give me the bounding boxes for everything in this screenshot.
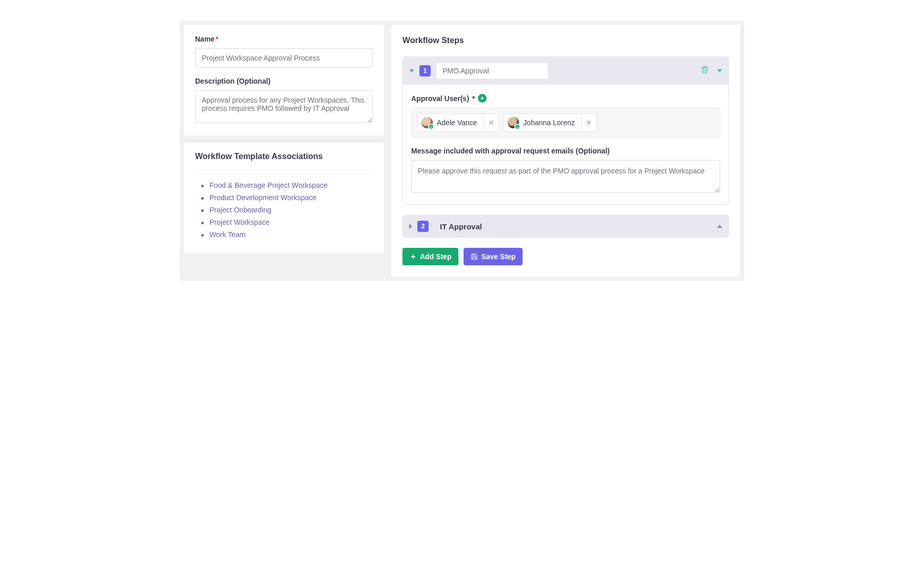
reorder-up-icon[interactable]: [717, 225, 722, 228]
step-number-badge: 2: [417, 221, 429, 232]
associations-list: Food & Beverage Project Workspace Produc…: [195, 170, 373, 244]
step-header[interactable]: 2 IT Approval: [403, 216, 728, 237]
collapse-toggle-icon[interactable]: [409, 69, 414, 72]
save-step-button[interactable]: Save Step: [464, 248, 523, 265]
remove-user-icon[interactable]: ✕: [581, 114, 596, 131]
template-associations-card: Workflow Template Associations Food & Be…: [184, 143, 384, 253]
association-item[interactable]: Work Team: [200, 228, 368, 241]
association-item[interactable]: Project Onboarding: [200, 204, 368, 216]
user-avatar: u: [421, 117, 433, 128]
approval-users-label: Approval User(s) *: [411, 94, 720, 103]
step-number-badge: 1: [419, 65, 431, 76]
presence-indicator: u: [514, 124, 521, 130]
add-user-icon[interactable]: [478, 94, 487, 103]
user-chip-name: Adele Vance: [437, 119, 477, 127]
associations-title: Workflow Template Associations: [195, 152, 373, 161]
plus-icon: [410, 253, 417, 260]
presence-indicator: u: [428, 124, 434, 130]
step-name-label: IT Approval: [440, 222, 712, 231]
workflow-description-input[interactable]: Approval process for any Project Workspa…: [195, 90, 373, 123]
description-label: Description (Optional): [195, 77, 373, 85]
remove-user-icon[interactable]: ✕: [483, 114, 498, 131]
workflow-step: 2 IT Approval: [402, 215, 729, 238]
save-icon: [471, 253, 478, 260]
expand-toggle-icon[interactable]: [409, 224, 412, 229]
required-asterisk: *: [216, 35, 218, 43]
user-chip: u Adele Vance ✕: [417, 113, 499, 132]
association-item[interactable]: Project Workspace: [200, 216, 368, 228]
step-name-input[interactable]: [436, 62, 549, 80]
step-header: 1: [403, 57, 728, 85]
association-item[interactable]: Product Development Workspace: [200, 191, 368, 204]
workflow-steps-card: Workflow Steps 1 Approval User(s): [391, 25, 740, 277]
reorder-down-icon[interactable]: [717, 69, 722, 72]
workflow-step: 1 Approval User(s) *: [402, 56, 729, 205]
required-asterisk: *: [472, 94, 475, 103]
workflow-steps-title: Workflow Steps: [402, 36, 729, 45]
workflow-basic-info-card: Name* Description (Optional) Approval pr…: [184, 25, 384, 135]
user-chip: u Johanna Lorenz ✕: [503, 113, 596, 132]
delete-step-icon[interactable]: [701, 66, 709, 76]
user-avatar: u: [508, 117, 519, 128]
add-step-button[interactable]: Add Step: [402, 248, 458, 265]
name-label: Name*: [195, 35, 373, 43]
workflow-name-input[interactable]: [195, 48, 373, 68]
association-item[interactable]: Food & Beverage Project Workspace: [200, 179, 368, 191]
approval-message-input[interactable]: Please approve this request as part of t…: [411, 160, 720, 193]
approval-users-container: u Adele Vance ✕ u: [411, 108, 720, 138]
user-chip-name: Johanna Lorenz: [523, 119, 574, 127]
message-label: Message included with approval request e…: [411, 147, 720, 155]
